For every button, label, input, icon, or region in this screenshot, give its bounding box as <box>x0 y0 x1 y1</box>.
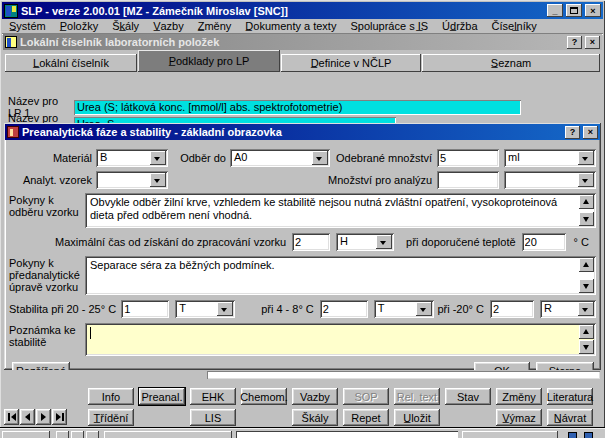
dialog-help-button[interactable]: ? <box>565 126 580 139</box>
max-cas-unit-dropdown-icon[interactable] <box>376 235 392 249</box>
preanal-button[interactable]: Preanal. <box>139 388 185 405</box>
teplota-label: při doporučené teplotě <box>406 236 515 248</box>
stabilita-4-8-input[interactable] <box>320 300 368 318</box>
close-button[interactable]: × <box>585 4 601 17</box>
odebrane-mnozstvi-input[interactable] <box>437 149 499 167</box>
scroll-up-icon[interactable] <box>579 195 594 209</box>
max-cas-unit-value: H <box>336 233 376 251</box>
pokyny-odberu-textarea[interactable]: Obvykle odběr žilní krve, vzhledem ke st… <box>85 193 596 228</box>
odber-do-combobox[interactable]: A0 <box>230 149 330 167</box>
tabstrip: L̲okální číselník P̲odklady pro LP D̲efi… <box>5 50 600 72</box>
pokyny-upravy-row: Pokyny k předanalytické úpravě vzorku Se… <box>9 256 596 295</box>
quicklaunch-icon[interactable] <box>86 431 99 438</box>
active-task-button[interactable] <box>236 431 458 438</box>
menu-vazby[interactable]: V̲azby <box>146 19 191 34</box>
first-record-button[interactable] <box>4 409 19 425</box>
tray-icon[interactable] <box>568 432 577 438</box>
stav-button[interactable]: Stav <box>445 388 491 405</box>
odebrane-unit-combobox[interactable]: ml <box>504 149 596 167</box>
odebrane-unit-dropdown-icon[interactable] <box>578 151 594 165</box>
ulozit-button[interactable]: U̲ložit <box>394 409 440 426</box>
stabilita-20-25-dropdown-icon[interactable] <box>217 302 233 316</box>
menu-polozky[interactable]: P̲oložky <box>53 19 106 34</box>
chemom-button[interactable]: Chemom. <box>241 388 287 405</box>
menu-dokumenty[interactable]: D̲okumenty a texty <box>238 19 343 34</box>
skaly-button[interactable]: Škály <box>292 409 338 426</box>
horizontal-scrollbar[interactable] <box>207 371 600 379</box>
tab-podklady-pro-lp[interactable]: P̲odklady pro LP <box>138 50 280 72</box>
menu-ciselniky[interactable]: Čísel̲níky <box>485 19 544 34</box>
odber-do-dropdown-icon[interactable] <box>312 151 328 165</box>
mnozstvi-unit-combobox[interactable] <box>504 171 596 189</box>
poznamka-textarea[interactable] <box>85 323 596 356</box>
dialog-titlebar: Preanalytická fáze a stability - základn… <box>5 124 600 140</box>
menu-zmeny[interactable]: Z̲měny <box>191 19 239 34</box>
max-cas-unit-combobox[interactable]: H <box>336 233 394 251</box>
tab-definice-v-nclp[interactable]: D̲efinice v NČLP <box>281 54 421 72</box>
start-button[interactable] <box>2 431 50 438</box>
window-title: SLP - verze 2.00.01 [MZ - Zámečník Miros… <box>21 5 544 17</box>
tab-lokalni-ciselnik[interactable]: L̲okální číselník <box>5 54 137 72</box>
lis-button[interactable]: LIS <box>190 409 236 426</box>
teplota-input[interactable] <box>522 233 566 251</box>
menu-skaly[interactable]: Šk̲ály <box>105 19 146 34</box>
max-cas-row: Maximální čas od získání do zpracování v… <box>9 233 596 251</box>
material-combobox[interactable]: B <box>96 149 168 167</box>
tab-seznam[interactable]: S̲eznam <box>422 54 600 72</box>
max-cas-input[interactable] <box>292 233 330 251</box>
navrat-button[interactable]: N̲ávrat <box>547 409 593 426</box>
menu-spoluprace[interactable]: Spolupráce s I̲S <box>343 19 435 34</box>
info-button[interactable]: Info <box>88 388 134 405</box>
task-button[interactable] <box>104 431 232 438</box>
max-cas-label: Maximální čas od získání do zpracování v… <box>55 236 286 248</box>
stabilita-minus20-unit-combobox[interactable]: R <box>540 300 596 318</box>
storno-button[interactable]: S̲torno <box>536 362 594 370</box>
scroll-up-icon[interactable] <box>579 325 594 339</box>
text-cursor <box>90 327 91 339</box>
rozsirena-button[interactable]: R̲ozšířená <box>12 362 70 370</box>
stabilita-minus20-dropdown-icon[interactable] <box>578 302 594 316</box>
next-record-button[interactable] <box>36 409 51 425</box>
vymaz-button[interactable]: V̲ýmaz <box>496 409 542 426</box>
dialog-body: Materiál B Odběr do A0 Odebrané množství… <box>4 141 601 370</box>
analyt-vzorek-combobox[interactable] <box>96 171 168 189</box>
trideni-button[interactable]: T̲řídění <box>88 409 134 426</box>
scroll-down-icon[interactable] <box>579 279 594 293</box>
ok-button[interactable]: O̲K <box>474 362 530 370</box>
previous-record-button[interactable] <box>20 409 35 425</box>
zmeny-button[interactable]: Změny <box>496 388 542 405</box>
pokyny-upravy-label: Pokyny k předanalytické úpravě vzorku <box>9 256 85 293</box>
tray-icon[interactable] <box>584 432 593 438</box>
analyt-vzorek-dropdown-icon[interactable] <box>150 173 166 187</box>
poznamka-text <box>85 323 596 328</box>
maximize-button[interactable] <box>566 4 582 17</box>
stabilita-4-8-dropdown-icon[interactable] <box>416 302 432 316</box>
quicklaunch-icon[interactable] <box>56 431 69 438</box>
pokyny-upravy-textarea[interactable]: Separace séra za běžných podmínek. <box>85 256 596 295</box>
maximize-icon <box>570 7 578 14</box>
help-button[interactable]: ? <box>567 36 582 49</box>
menu-system[interactable]: S̲ystém <box>2 19 53 34</box>
stabilita-4-8-unit-combobox[interactable]: T <box>374 300 434 318</box>
literatura-button[interactable]: Literatura <box>547 388 593 405</box>
scroll-up-icon[interactable] <box>579 258 594 272</box>
scroll-down-icon[interactable] <box>579 212 594 226</box>
minimize-button[interactable]: _ <box>547 4 563 17</box>
quicklaunch-icon[interactable] <box>71 431 84 438</box>
stabilita-20-25-unit-combobox[interactable]: T <box>175 300 235 318</box>
stabilita-20-25-input[interactable] <box>121 300 169 318</box>
dialog-close-button[interactable]: × <box>583 126 598 139</box>
vazby-button[interactable]: Vazby <box>292 388 338 405</box>
last-record-button[interactable] <box>52 409 67 425</box>
repet-button[interactable]: Repet <box>343 409 389 426</box>
material-dropdown-icon[interactable] <box>150 151 166 165</box>
scroll-down-icon[interactable] <box>579 340 594 354</box>
ehk-button[interactable]: EHK <box>190 388 236 405</box>
mnozstvi-pro-analyzu-input[interactable] <box>437 171 499 189</box>
local-window-titlebar: Lokální číselník laboratorních položek ?… <box>3 34 602 50</box>
task-button[interactable] <box>462 431 558 438</box>
menu-udrzba[interactable]: Úd̲ržba <box>435 19 484 34</box>
mnozstvi-unit-dropdown-icon[interactable] <box>578 173 594 187</box>
stabilita-minus20-input[interactable] <box>490 300 534 318</box>
local-close-button[interactable]: × <box>585 36 600 49</box>
